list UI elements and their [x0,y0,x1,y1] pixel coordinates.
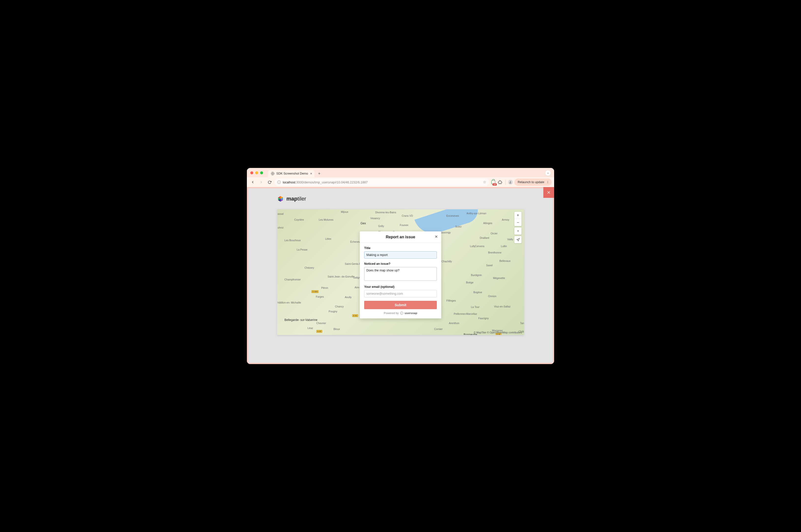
viewport: maptiler Divonne-les-BainsCrans VDExcene… [247,187,554,364]
map-label: Lully [470,245,475,248]
map-label: La Tour [471,305,479,308]
title-input[interactable] [364,251,437,259]
map-label: ulvoz [277,226,284,229]
map-label: Bloux [333,327,340,330]
map-label: Farges [316,295,324,298]
map-label: Gex [361,222,366,225]
email-label: Your email (optional) [364,285,437,288]
overlay-close-button[interactable] [543,187,554,198]
road-badge: A 40 [316,330,322,333]
map-label: Lélex [325,237,331,240]
modal-header: Report an issue ✕ [360,231,441,243]
map-label: Avully [345,296,352,299]
geolocate-button[interactable] [514,236,522,243]
page-content: maptiler Divonne-les-BainsCrans VDExcene… [248,188,553,363]
map-label: Chachilly [441,260,452,263]
extensions-icon[interactable] [497,179,503,185]
map-label: Coyrière [294,218,304,221]
title-label: Title [364,246,437,250]
map-label: Cornier [434,327,442,330]
map-label: Excenevex [447,214,459,217]
map-label: Péron [321,286,328,289]
forward-button[interactable] [258,179,265,186]
modal-body: Title Noticed an issue? Your email (opti… [360,243,441,319]
relaunch-button[interactable]: Relaunch to update [514,178,552,186]
map-label: Chancy [335,305,344,308]
map-label: Onnion [488,295,496,298]
browser-tab[interactable]: SDK Screenshot Demo × [268,170,315,177]
map-label: Saxel [486,264,493,267]
map-label: Champfromier [285,278,301,281]
map-label: Armoy [502,218,509,221]
logo-text: maptiler [286,196,306,202]
map-label: Bellevaux [499,259,511,262]
address-bar[interactable]: i localhost:3000/demos/tmp_usersnap#10.0… [274,178,489,186]
report-issue-modal: Report an issue ✕ Title Noticed an issue… [360,231,441,319]
map-label: Saint-Jean- de-Gonville [328,275,354,278]
map-label: Vailly [507,238,513,241]
submit-button[interactable]: Submit [364,301,437,309]
map-label: Brenthonne [488,251,502,254]
map-controls: + − [514,212,522,243]
new-tab-button[interactable]: + [316,170,323,177]
svg-point-3 [547,182,548,183]
map-label: Fillinges [447,299,456,302]
issue-textarea[interactable] [364,267,437,281]
usersnap-icon: ✓ [400,311,403,315]
map-label: Cervens [475,245,485,248]
map-label: Marcellaz [466,312,477,315]
map-label: Founex [400,224,408,227]
map-label: Chevrier [316,322,326,325]
map[interactable]: Divonne-les-BainsCrans VDExcenevexAnthy-… [277,209,524,335]
browser-window: SDK Screenshot Demo × + i localhost:3000… [247,168,554,364]
globe-icon [271,172,274,175]
map-label: Faucigny [478,317,489,320]
map-label: Mijoux [341,210,348,213]
map-label: Tanin [520,322,524,325]
zoom-out-button[interactable]: − [514,219,522,226]
email-input[interactable] [364,290,437,297]
map-label: La Pesse [297,248,308,251]
map-label: Sciez [455,225,461,228]
traffic-lights [250,171,263,177]
maptiler-logo[interactable]: maptiler [277,195,306,202]
map-label: assal [277,212,284,215]
window-close[interactable] [250,171,253,174]
map-label: Draillant [480,236,489,239]
tab-close-icon[interactable]: × [310,172,312,175]
svg-point-1 [510,181,511,182]
extension-shopping-icon[interactable]: off [491,179,496,185]
reload-button[interactable] [266,179,273,186]
map-label: Bogève [473,291,482,294]
logo-mark-icon [277,195,284,202]
compass-button[interactable] [514,228,522,235]
modal-close-button[interactable]: ✕ [435,234,438,239]
map-label: Crans VD [402,214,413,217]
map-label: Orcier [491,232,498,235]
map-label: Les Bouchoux [285,239,301,242]
tab-strip: SDK Screenshot Demo × + [247,168,554,177]
map-attribution[interactable]: © MapTiler © OpenStreetMap contributors [474,331,522,334]
window-zoom[interactable] [260,171,263,174]
powered-by[interactable]: Powered by ✓ usersnap [364,309,437,316]
map-label: Burdignin [471,273,482,277]
site-info-icon[interactable]: i [277,180,281,184]
map-label: Vesancy [370,217,380,220]
extension-badge: off [493,183,496,186]
road-badge: A 40 [352,314,358,317]
profile-avatar[interactable] [508,180,513,185]
bookmark-icon[interactable]: ☆ [483,180,486,184]
tabs-overflow-button[interactable] [545,170,551,176]
map-label: Arenthon [449,322,459,325]
map-label: Chézery [305,266,314,269]
tab-title: SDK Screenshot Demo [276,172,308,175]
map-label: Mégevette [493,277,505,280]
svg-marker-15 [516,238,519,241]
zoom-in-button[interactable]: + [514,212,522,219]
back-button[interactable] [249,179,256,186]
window-minimize[interactable] [255,171,258,174]
road-badge: D 884 [311,290,318,293]
divider [505,180,506,185]
toolbar: i localhost:3000/demos/tmp_usersnap#10.0… [247,177,554,187]
svg-point-4 [547,183,548,183]
